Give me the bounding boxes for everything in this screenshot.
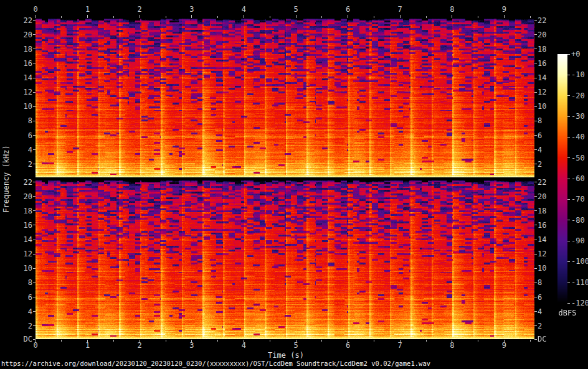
freq-dc-label-right: DC (538, 335, 546, 343)
freq-tick-label-left: 2 (28, 322, 32, 330)
freq-tick-left (33, 149, 36, 150)
freq-tick-right (534, 164, 537, 164)
x-minor-tick-top (321, 16, 322, 18)
x-minor-tick-bottom (270, 340, 270, 342)
colorbar-tick (567, 137, 570, 138)
freq-tick-right (534, 121, 537, 121)
freq-tick-label-left: 6 (28, 294, 32, 301)
x-minor-tick-bottom (61, 340, 62, 342)
freq-tick-label-left: 10 (24, 103, 32, 110)
x-major-tick-top (400, 15, 401, 18)
colorbar-tick-label: -60 (571, 175, 585, 182)
colorbar-tick-label: -90 (571, 237, 585, 245)
freq-tick-label-right: 18 (538, 45, 546, 53)
spectrogram-panel-channel-1 (36, 19, 534, 177)
colorbar-tick (567, 179, 570, 179)
freq-tick-label-left: 20 (24, 31, 32, 39)
freq-tick-left (33, 182, 36, 182)
freq-tick-left (33, 34, 36, 35)
x-minor-tick-top (374, 16, 374, 18)
x-minor-tick-top (113, 16, 114, 18)
freq-tick-right (534, 283, 537, 283)
freq-tick-left (33, 63, 36, 63)
freq-tick-left (33, 106, 36, 107)
colorbar-tick (567, 75, 570, 75)
x-axis-label: Time (s) (242, 352, 330, 360)
x-major-tick-top (504, 15, 505, 18)
x-minor-tick-bottom (426, 340, 427, 342)
freq-tick-left (33, 121, 36, 121)
freq-tick-right (534, 49, 537, 49)
freq-dc-tick-left (33, 339, 36, 340)
x-tick-label-top: 2 (138, 6, 142, 13)
colorbar-tick (567, 282, 570, 283)
x-minor-tick-top (478, 16, 478, 18)
colorbar-tick (567, 241, 570, 241)
freq-tick-right (534, 297, 537, 297)
freq-tick-label-left: 16 (24, 222, 32, 229)
freq-tick-label-right: 6 (538, 132, 542, 139)
x-major-tick-bottom (348, 340, 348, 343)
freq-tick-left (33, 225, 36, 225)
colorbar-tick-label: -50 (571, 154, 585, 162)
x-major-tick-bottom (191, 340, 192, 343)
freq-tick-right (534, 325, 537, 326)
x-major-tick-bottom (36, 340, 36, 343)
freq-tick-left (33, 20, 36, 21)
freq-tick-right (534, 225, 537, 225)
freq-tick-label-right: 16 (538, 60, 546, 67)
x-tick-label-top: 9 (502, 6, 506, 13)
freq-tick-right (534, 135, 537, 136)
colorbar-tick (567, 54, 570, 55)
freq-tick-label-right: 8 (538, 279, 542, 286)
freq-tick-label-left: 10 (24, 264, 32, 272)
x-tick-label-top: 3 (189, 6, 194, 13)
colorbar-tick-label: -100 (571, 258, 588, 265)
x-major-tick-bottom (244, 340, 244, 343)
freq-tick-right (534, 106, 537, 107)
freq-tick-label-right: 22 (538, 179, 546, 186)
x-minor-tick-bottom (321, 340, 322, 342)
freq-tick-label-left: 22 (24, 179, 32, 186)
colorbar-gradient (557, 54, 567, 303)
x-minor-tick-bottom (113, 340, 114, 342)
freq-tick-label-right: 20 (538, 31, 546, 39)
freq-dc-label-left: DC (24, 335, 32, 343)
freq-tick-right (534, 92, 537, 93)
x-major-tick-top (140, 15, 140, 18)
freq-tick-left (33, 49, 36, 49)
x-tick-label-top: 0 (33, 6, 37, 13)
freq-dc-tick-right (534, 339, 537, 340)
colorbar-tick (567, 157, 570, 158)
freq-tick-left (33, 311, 36, 312)
freq-tick-label-right: 4 (538, 146, 542, 154)
colorbar-tick-label: -10 (571, 71, 585, 78)
freq-tick-left (33, 196, 36, 197)
colorbar-tick-label: -80 (571, 217, 585, 224)
x-major-tick-top (452, 15, 452, 18)
freq-tick-label-left: 12 (24, 250, 32, 258)
freq-tick-left (33, 297, 36, 297)
x-tick-label-top: 6 (346, 6, 350, 13)
freq-tick-label-right: 14 (538, 236, 546, 243)
freq-tick-label-left: 14 (24, 74, 32, 82)
freq-tick-label-right: 2 (538, 161, 542, 168)
colorbar-tick-label: -110 (571, 279, 588, 286)
x-major-tick-top (296, 15, 296, 18)
colorbar-tick-label: +0 (571, 50, 580, 58)
spectrogram-panel-channel-2 (36, 180, 534, 339)
colorbar-tick-label: -70 (571, 195, 585, 203)
x-tick-label-top: 8 (450, 6, 454, 13)
colorbar-unit-label: dBFS (524, 309, 588, 317)
freq-tick-label-right: 12 (538, 250, 546, 258)
spectrogram-figure: Frequency (kHz) 001122334455667788992222… (0, 0, 588, 369)
freq-tick-label-left: 14 (24, 236, 32, 243)
x-major-tick-bottom (504, 340, 505, 343)
freq-tick-right (534, 210, 537, 211)
freq-tick-right (534, 196, 537, 197)
x-minor-tick-bottom (530, 340, 531, 342)
y-axis-label: Frequency (kHz) (2, 136, 11, 223)
freq-tick-left (33, 92, 36, 93)
freq-tick-left (33, 325, 36, 326)
freq-tick-left (33, 268, 36, 269)
